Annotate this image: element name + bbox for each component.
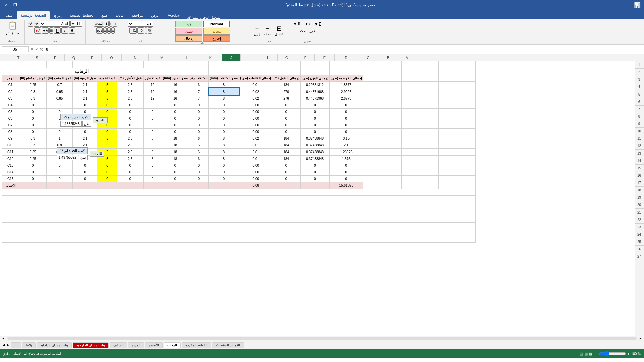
B5[interactable]: 0.3	[19, 88, 47, 95]
confirm-formula-btn[interactable]: ✓	[35, 47, 38, 52]
F12[interactable]: 2.5	[117, 135, 143, 142]
Q9[interactable]	[401, 115, 420, 122]
O14[interactable]	[363, 148, 383, 155]
J13[interactable]: 8	[209, 142, 239, 148]
border-btn[interactable]: ⊞	[49, 27, 53, 34]
I9[interactable]: 0	[189, 115, 209, 122]
F19[interactable]	[117, 182, 143, 189]
row-5[interactable]: 5	[635, 91, 644, 98]
O8[interactable]	[363, 108, 383, 115]
K19[interactable]: 0.08	[239, 182, 272, 189]
row-15[interactable]: 15	[635, 165, 644, 172]
I12[interactable]: 6	[189, 135, 209, 142]
align-right-btn[interactable]: ≡	[111, 27, 115, 34]
K8[interactable]: 0.00	[239, 108, 272, 115]
align-left-btn[interactable]: ≡	[103, 27, 107, 34]
tab-data[interactable]: بيانات	[111, 11, 128, 19]
cell-O4[interactable]	[363, 81, 383, 88]
row-16[interactable]: 16	[635, 172, 644, 179]
I18[interactable]: 0	[189, 175, 209, 182]
insert-function-btn[interactable]: fx	[40, 47, 43, 52]
O15[interactable]	[363, 155, 383, 162]
M11[interactable]: 0	[300, 128, 329, 135]
D6[interactable]: 2.1	[73, 95, 97, 102]
close-button[interactable]: ✕	[3, 2, 9, 8]
zoom-in-btn[interactable]: +	[627, 351, 630, 356]
signin-label[interactable]: تسجيل الدخول	[200, 16, 220, 19]
B10[interactable]: 0	[19, 122, 47, 128]
F13[interactable]: 2.5	[117, 142, 143, 148]
N8[interactable]: 0	[329, 108, 363, 115]
A13[interactable]: C10	[2, 142, 19, 148]
C19[interactable]	[47, 182, 73, 189]
P7[interactable]	[383, 102, 401, 108]
H7[interactable]: 0	[162, 102, 189, 108]
M17[interactable]: 0	[300, 169, 329, 175]
cell-P1[interactable]	[383, 61, 401, 68]
F7[interactable]: 0	[117, 102, 143, 108]
P13[interactable]	[383, 142, 401, 148]
A10[interactable]: C7	[2, 122, 19, 128]
cell-H2[interactable]	[162, 68, 189, 75]
S14[interactable]	[438, 148, 457, 155]
col-R[interactable]: R	[46, 54, 65, 61]
J10[interactable]: 0	[209, 122, 239, 128]
cell-O5[interactable]	[363, 88, 383, 95]
cell-R5[interactable]	[420, 88, 438, 95]
T12[interactable]	[457, 135, 475, 142]
H4[interactable]: 16	[162, 81, 189, 88]
sheet-tab-ext-walls[interactable]: بناء الجدران الخارجية	[73, 342, 109, 348]
F18[interactable]: 0	[117, 175, 143, 182]
cell-I1[interactable]	[189, 61, 209, 68]
sheet-nav-left[interactable]: ◄	[2, 343, 6, 347]
O17[interactable]	[363, 169, 383, 175]
cell-M2[interactable]	[300, 68, 329, 75]
Q15[interactable]	[401, 155, 420, 162]
style-normal[interactable]: Normal	[203, 21, 230, 27]
J16[interactable]: 0	[209, 162, 239, 169]
cell-K1[interactable]	[239, 61, 272, 68]
cell-Q5[interactable]	[401, 88, 420, 95]
G9[interactable]: 0	[143, 115, 162, 122]
tab-acrobat[interactable]: Acrobat	[164, 11, 184, 19]
col-S[interactable]: S	[28, 54, 46, 61]
F10[interactable]: 0	[117, 122, 143, 128]
P16[interactable]	[383, 162, 401, 169]
tab-layout[interactable]: تخطيط الصفحة	[66, 11, 97, 19]
Q11[interactable]	[401, 128, 420, 135]
H13[interactable]: 18	[162, 142, 189, 148]
Q19[interactable]	[401, 182, 420, 189]
T18[interactable]	[457, 175, 475, 182]
E10[interactable]: 0	[97, 122, 117, 128]
S7[interactable]	[438, 102, 457, 108]
E16[interactable]: 0	[97, 162, 117, 169]
I7[interactable]: 0	[189, 102, 209, 108]
N4[interactable]: 1.8375	[329, 81, 363, 88]
horizontal-scrollbar[interactable]	[7, 337, 637, 340]
row-18[interactable]: 18	[635, 187, 644, 194]
N18[interactable]: 0	[329, 175, 363, 182]
decrease-font-btn[interactable]: A⁻	[28, 21, 33, 27]
M19[interactable]	[300, 182, 329, 189]
row-26[interactable]: 26	[635, 246, 644, 253]
F9[interactable]: 0	[117, 115, 143, 122]
G14[interactable]: 8	[143, 148, 162, 155]
K7[interactable]: 0.00	[239, 102, 272, 108]
F6[interactable]: 2.5	[117, 95, 143, 102]
K14[interactable]: 0.01	[239, 148, 272, 155]
J15[interactable]: 8	[209, 155, 239, 162]
comma-btn[interactable]: ,	[145, 27, 147, 34]
P11[interactable]	[383, 128, 401, 135]
A18[interactable]: C15	[2, 175, 19, 182]
bold-btn[interactable]: B	[69, 27, 75, 34]
J12[interactable]: 8	[209, 135, 239, 142]
cell-D1[interactable]	[73, 61, 97, 68]
P8[interactable]	[383, 108, 401, 115]
row-20[interactable]: 20	[635, 201, 644, 209]
P14[interactable]	[383, 148, 401, 155]
cell-S4[interactable]	[438, 81, 457, 88]
A17[interactable]: C14	[2, 169, 19, 175]
C6[interactable]: 0.85	[47, 95, 73, 102]
delete-cells-btn[interactable]: − حذف	[263, 24, 272, 36]
A11[interactable]: C8	[2, 128, 19, 135]
